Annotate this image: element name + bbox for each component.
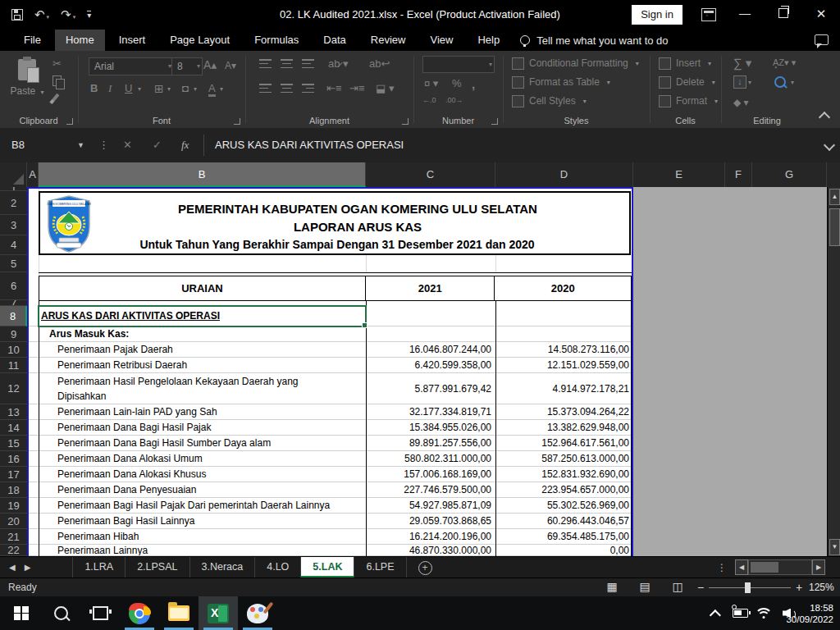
- orientation-icon[interactable]: ab̷ ▾: [328, 57, 349, 70]
- cell-C16[interactable]: 580.802.311.000,00: [366, 451, 495, 466]
- sheet-tab-3-neraca[interactable]: 3.Neraca: [189, 557, 255, 578]
- table-row-9[interactable]: Arus Masuk Kas:: [27, 326, 633, 342]
- table-row-12[interactable]: Penerimaan Hasil Pengelolaan Kekayaan Da…: [27, 373, 633, 404]
- ribbon-button-delete[interactable]: Delete▾: [659, 73, 715, 91]
- menu-tab-review[interactable]: Review: [360, 30, 417, 51]
- fill-color-caret-icon[interactable]: ▾: [194, 85, 197, 93]
- cell-B21[interactable]: Penerimaan Hibah: [39, 529, 366, 544]
- autosum-icon[interactable]: ∑ ▾: [733, 56, 751, 71]
- cell-D21[interactable]: 69.354.485.175,00: [495, 529, 633, 544]
- row-header-18[interactable]: 18: [0, 482, 27, 498]
- page-break-preview-icon[interactable]: ◫: [671, 581, 684, 593]
- cell-B9[interactable]: Arus Masuk Kas:: [39, 326, 366, 341]
- fill-down-icon[interactable]: ↓: [733, 75, 746, 89]
- minimize-button[interactable]: —: [726, 0, 764, 27]
- table-row-14[interactable]: Penerimaan Dana Bagi Hasil Pajak15.384.9…: [27, 420, 633, 436]
- top-align-icon[interactable]: [259, 59, 272, 68]
- cell-C18[interactable]: 227.746.579.500,00: [366, 482, 495, 497]
- cell-D19[interactable]: 55.302.526.969,00: [495, 498, 633, 513]
- sheet-nav-right-icon[interactable]: ▶: [25, 557, 40, 578]
- tell-me-box[interactable]: Tell me what you want to do: [512, 30, 668, 51]
- cell-C20[interactable]: 29.059.703.868,65: [366, 514, 495, 528]
- cell-B14[interactable]: Penerimaan Dana Bagi Hasil Pajak: [39, 420, 366, 435]
- cell-B22[interactable]: Penerimaan Lainnya: [39, 545, 366, 555]
- table-row-17[interactable]: Penerimaan Dana Alokasi Khusus157.006.16…: [27, 467, 633, 482]
- clipboard-dialog-launcher-icon[interactable]: [66, 118, 73, 125]
- font-name-box[interactable]: Arial▾: [89, 57, 174, 75]
- row-header-20[interactable]: 20: [0, 514, 27, 529]
- horizontal-scrollbar[interactable]: ◀ ▶: [735, 559, 825, 575]
- cell-B20[interactable]: Penerimaan Bagi Hasil Lainnya: [39, 514, 366, 528]
- table-row-18[interactable]: Penerimaan Dana Penyesuaian227.746.579.5…: [27, 482, 633, 498]
- number-dialog-launcher-icon[interactable]: [491, 118, 498, 125]
- ribbon-display-options-icon[interactable]: [701, 8, 716, 21]
- fill-caret-icon[interactable]: ▾: [748, 79, 751, 86]
- column-header-e[interactable]: E: [633, 162, 725, 187]
- row-header-22[interactable]: 22: [0, 545, 27, 556]
- ribbon-button-format-as-table[interactable]: Format as Table▾: [512, 73, 610, 91]
- formula-content[interactable]: ARUS KAS DARI AKTIVITAS OPERASI: [215, 128, 404, 162]
- merge-center-icon[interactable]: ⬓ ▾: [376, 82, 394, 94]
- cells-area[interactable]: OGAN KOMERING ULU SELATAN PEMERINTAH KAB…: [27, 187, 633, 556]
- row-header-6[interactable]: 6: [0, 272, 27, 300]
- sort-filter-icon[interactable]: A͓Z▾ ▾: [773, 57, 796, 68]
- cell-B11[interactable]: Penerimaan Retribusi Daerah: [39, 358, 366, 372]
- task-view-button[interactable]: [80, 596, 120, 630]
- network-indicator[interactable]: [756, 596, 771, 630]
- cell-C21[interactable]: 16.214.200.196,00: [366, 529, 495, 544]
- align-left-icon[interactable]: [259, 84, 272, 93]
- cell-C14[interactable]: 15.384.955.026,00: [366, 420, 495, 435]
- row-header-9[interactable]: 9: [0, 326, 27, 342]
- column-header-a[interactable]: A: [27, 162, 39, 187]
- cancel-entry-icon[interactable]: ✕: [123, 128, 132, 162]
- font-color-icon[interactable]: A: [208, 82, 216, 97]
- scroll-down-icon[interactable]: ▼: [829, 539, 840, 555]
- cell-D14[interactable]: 13.382.629.948,00: [495, 420, 633, 435]
- sheet-tab-1-lra[interactable]: 1.LRA: [72, 557, 125, 578]
- fill-handle[interactable]: [362, 322, 368, 328]
- cell-C13[interactable]: 32.177.334.819,71: [366, 404, 495, 419]
- sheet-tab-6-lpe[interactable]: 6.LPE: [354, 557, 406, 578]
- cell-D13[interactable]: 15.373.094.264,22: [495, 404, 633, 419]
- table-header-2020[interactable]: 2020: [495, 276, 631, 300]
- menu-tab-page-layout[interactable]: Page Layout: [159, 30, 240, 51]
- font-color-caret-icon[interactable]: ▾: [220, 85, 223, 93]
- table-row-16[interactable]: Penerimaan Dana Alokasi Umum580.802.311.…: [27, 451, 633, 467]
- insert-function-icon[interactable]: fx: [181, 128, 189, 162]
- alignment-dialog-launcher-icon[interactable]: [402, 118, 409, 125]
- taskbar-explorer-button[interactable]: [159, 596, 199, 630]
- clock-area[interactable]: 18:58 30/09/2022: [786, 596, 833, 630]
- battery-indicator[interactable]: [733, 596, 748, 630]
- table-header-uraian[interactable]: URAIAN: [39, 276, 366, 300]
- borders-icon[interactable]: ⊞: [154, 82, 164, 95]
- row-header-3[interactable]: 3: [0, 215, 27, 235]
- tray-show-hidden-icons[interactable]: [713, 596, 721, 630]
- decrease-font-size-icon[interactable]: A▾: [225, 60, 236, 71]
- select-all-corner[interactable]: [0, 162, 27, 187]
- decrease-indent-icon[interactable]: ⇤≡: [326, 82, 341, 94]
- row-header-17[interactable]: 17: [0, 467, 27, 482]
- cell-B13[interactable]: Penerimaan Lain-lain PAD yang Sah: [39, 404, 366, 419]
- ribbon-button-format[interactable]: Format▾: [659, 92, 718, 110]
- table-header-2021[interactable]: 2021: [366, 276, 495, 300]
- cell-B10[interactable]: Penerimaan Pajak Daerah: [39, 342, 366, 357]
- cell-C22[interactable]: 46.870.330.000,00: [366, 545, 495, 555]
- column-header-c[interactable]: C: [366, 162, 495, 187]
- wrap-text-icon[interactable]: ab↩: [369, 57, 390, 70]
- table-row-19[interactable]: Penerimaan Bagi Hasil Pajak Dari pemerin…: [27, 498, 633, 514]
- cell-D22[interactable]: 0,00: [495, 545, 633, 555]
- cell-B15[interactable]: Penerimaan Dana Bagi Hasil Sumber Daya a…: [39, 436, 366, 450]
- zoom-slider-thumb[interactable]: [745, 582, 751, 593]
- taskbar-excel-button[interactable]: [199, 596, 238, 630]
- increase-font-size-icon[interactable]: A▴: [203, 58, 217, 71]
- expand-formula-bar-icon[interactable]: [824, 139, 835, 151]
- zoom-out-icon[interactable]: −: [697, 578, 704, 596]
- increase-decimal-icon[interactable]: ←.0: [422, 96, 436, 104]
- column-header-f[interactable]: F: [725, 162, 752, 187]
- zoom-in-icon[interactable]: +: [796, 578, 802, 596]
- row-header-10[interactable]: 10: [0, 342, 27, 358]
- row-header-13[interactable]: 13: [0, 404, 27, 420]
- menu-tab-help[interactable]: Help: [467, 30, 510, 51]
- table-row-11[interactable]: Penerimaan Retribusi Daerah6.420.599.358…: [27, 358, 633, 373]
- column-header-b[interactable]: B: [39, 162, 366, 187]
